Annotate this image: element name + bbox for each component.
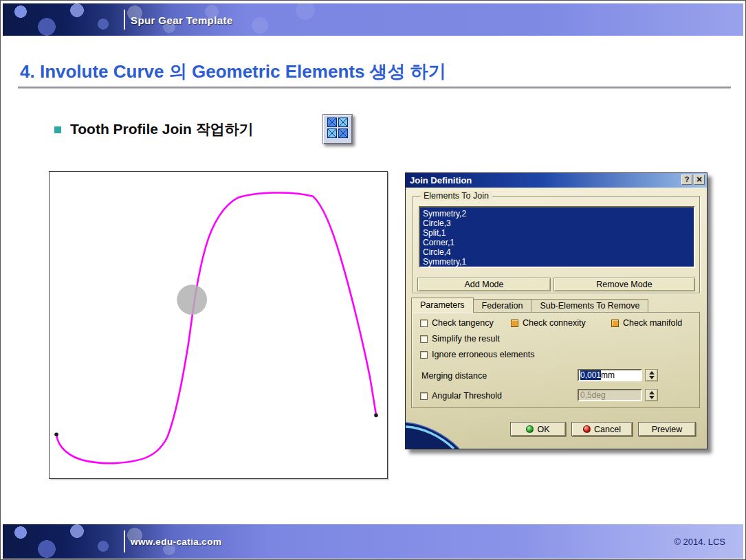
elements-listbox[interactable]: Symmetry,2 Circle,3 Split,1 Corner,1 Cir… bbox=[419, 206, 695, 268]
angular-threshold-input: 0,5deg bbox=[578, 389, 642, 401]
elements-to-join-group: Elements To Join Symmetry,2 Circle,3 Spl… bbox=[413, 196, 700, 293]
merging-distance-label: Merging distance bbox=[421, 371, 487, 381]
check-tangency-label: Check tangency bbox=[432, 318, 494, 328]
cancel-red-ball-icon bbox=[583, 425, 591, 433]
heading-underline bbox=[18, 87, 731, 89]
spin-up-icon[interactable] bbox=[649, 371, 655, 374]
angular-threshold-value: 0,5deg bbox=[580, 390, 606, 400]
check-connexity-label: Check connexity bbox=[523, 318, 586, 328]
list-item[interactable]: Corner,1 bbox=[423, 238, 691, 247]
tab-federation[interactable]: Federation bbox=[474, 299, 532, 313]
check-manifold-indicator[interactable] bbox=[611, 320, 619, 327]
header-title: Spur Gear Template bbox=[131, 14, 233, 25]
dialog-body: Elements To Join Symmetry,2 Circle,3 Spl… bbox=[406, 188, 707, 449]
merging-distance-spinner[interactable] bbox=[645, 369, 658, 381]
dialog-title: Join Definition bbox=[406, 175, 472, 186]
tab-sub-elements[interactable]: Sub-Elements To Remove bbox=[531, 299, 648, 313]
simplify-result-checkbox[interactable] bbox=[420, 335, 428, 343]
list-item[interactable]: Circle,3 bbox=[423, 219, 691, 228]
ignore-erroneous-label: Ignore erroneous elements bbox=[432, 350, 534, 359]
curve-end-point bbox=[374, 414, 378, 418]
list-item[interactable]: Split,1 bbox=[423, 228, 691, 238]
angular-threshold-option: Angular Threshold bbox=[420, 391, 502, 401]
footer-banner: www.edu-catia.com © 2014. LCS bbox=[3, 524, 743, 559]
list-item[interactable]: Symmetry,2 bbox=[423, 209, 691, 219]
join-icon bbox=[327, 117, 349, 142]
highlight-circle bbox=[177, 284, 207, 315]
spin-down-icon[interactable] bbox=[649, 376, 655, 379]
ignore-erroneous-option: Ignore erroneous elements bbox=[420, 350, 534, 359]
merging-distance-unit: mm bbox=[601, 370, 615, 380]
help-button[interactable]: ? bbox=[681, 175, 692, 185]
dialog-tabstrip: Parameters Federation Sub-Elements To Re… bbox=[411, 298, 648, 313]
footer-site: www.edu-catia.com bbox=[131, 537, 221, 547]
spin-up-icon[interactable] bbox=[649, 391, 655, 394]
angular-threshold-label: Angular Threshold bbox=[432, 391, 502, 401]
cancel-button[interactable]: Cancel bbox=[571, 422, 633, 436]
check-connexity-indicator[interactable] bbox=[511, 320, 518, 327]
preview-label: Preview bbox=[652, 425, 682, 434]
add-mode-button[interactable]: Add Mode bbox=[417, 278, 551, 291]
list-item[interactable]: Circle,4 bbox=[423, 247, 691, 257]
slide-heading: 4. Involute Curve 의 Geometric Elements 생… bbox=[20, 60, 446, 84]
slide-page: Spur Gear Template 4. Involute Curve 의 G… bbox=[0, 0, 746, 560]
simplify-result-option: Simplify the result bbox=[420, 334, 500, 344]
catia-swoosh-decoration bbox=[406, 417, 459, 449]
remove-mode-button[interactable]: Remove Mode bbox=[553, 278, 695, 291]
group-label: Elements To Join bbox=[420, 191, 492, 201]
check-manifold-option: Check manifold bbox=[611, 318, 682, 328]
bullet-square bbox=[54, 126, 61, 133]
header-separator-line bbox=[124, 10, 125, 30]
tooth-profile-curve bbox=[56, 192, 376, 463]
tab-parameters[interactable]: Parameters bbox=[411, 298, 474, 313]
dialog-titlebar[interactable]: Join Definition ? ✕ bbox=[406, 173, 707, 188]
merging-distance-row: Merging distance bbox=[421, 371, 487, 381]
check-connexity-option: Check connexity bbox=[511, 318, 586, 328]
footer-separator-line bbox=[124, 530, 125, 552]
join-definition-dialog: Join Definition ? ✕ Elements To Join Sym… bbox=[405, 172, 707, 449]
cancel-label: Cancel bbox=[594, 425, 621, 434]
bullet-label: Tooth Profile Join 작업하기 bbox=[70, 120, 254, 139]
angular-threshold-spinner[interactable] bbox=[645, 389, 658, 401]
ok-button[interactable]: OK bbox=[510, 422, 566, 436]
list-item[interactable]: Symmetry,1 bbox=[423, 257, 691, 267]
join-tool-button[interactable] bbox=[322, 114, 353, 144]
spin-down-icon[interactable] bbox=[649, 396, 655, 399]
merging-distance-input[interactable]: 0,001mm bbox=[578, 369, 642, 381]
ok-green-ball-icon bbox=[526, 425, 534, 433]
ignore-erroneous-checkbox[interactable] bbox=[420, 351, 428, 359]
angular-threshold-checkbox[interactable] bbox=[420, 392, 428, 400]
header-banner: Spur Gear Template bbox=[3, 3, 743, 36]
check-tangency-option: Check tangency bbox=[420, 318, 494, 328]
curve-start-point bbox=[54, 432, 58, 436]
preview-button[interactable]: Preview bbox=[638, 422, 696, 436]
parameters-tab-panel: Check tangency Check connexity Check man… bbox=[411, 312, 700, 408]
check-manifold-label: Check manifold bbox=[623, 318, 682, 328]
footer-copyright: © 2014. LCS bbox=[674, 537, 725, 547]
profile-canvas bbox=[49, 171, 388, 479]
merging-distance-value: 0,001 bbox=[580, 370, 601, 380]
simplify-result-label: Simplify the result bbox=[432, 334, 500, 344]
ok-label: OK bbox=[537, 425, 549, 434]
close-button[interactable]: ✕ bbox=[694, 175, 705, 185]
check-tangency-checkbox[interactable] bbox=[420, 320, 428, 327]
